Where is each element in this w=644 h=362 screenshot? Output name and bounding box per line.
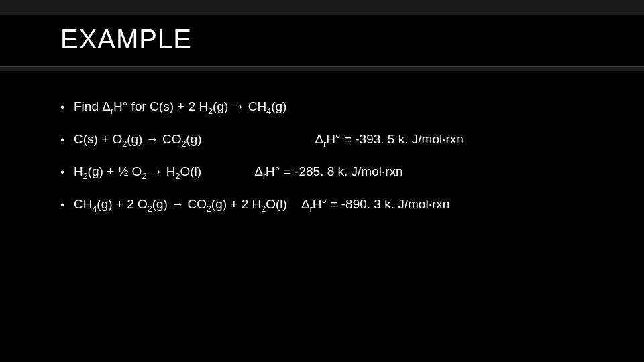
bullet-dot-icon: • xyxy=(60,165,64,180)
bullet-3-text: H2(g) + ½ O2 → H2O(l) ΔrH° = -285. 8 k. … xyxy=(74,163,403,181)
bullet-4-text: CH4(g) + 2 O2(g) → CO2(g) + 2 H2O(l) ΔrH… xyxy=(74,196,449,214)
content-area: • Find ΔrH° for C(s) + 2 H2(g) → CH4(g) … xyxy=(0,71,644,213)
slide-title: EXAMPLE xyxy=(60,24,644,54)
bullet-dot-icon: • xyxy=(60,198,64,213)
bullet-dot-icon: • xyxy=(60,133,64,147)
slide: EXAMPLE • Find ΔrH° for C(s) + 2 H2(g) →… xyxy=(0,0,644,362)
bullet-2-text: C(s) + O2(g) → CO2(g) ΔrH° = -393. 5 k. … xyxy=(74,131,464,149)
title-band: EXAMPLE xyxy=(0,15,644,67)
bullet-3: • H2(g) + ½ O2 → H2O(l) ΔrH° = -285. 8 k… xyxy=(60,163,604,181)
bullet-4: • CH4(g) + 2 O2(g) → CO2(g) + 2 H2O(l) Δ… xyxy=(60,196,604,214)
bullet-1: • Find ΔrH° for C(s) + 2 H2(g) → CH4(g) xyxy=(60,98,604,116)
bullet-2: • C(s) + O2(g) → CO2(g) ΔrH° = -393. 5 k… xyxy=(60,131,604,149)
top-bar xyxy=(0,0,644,15)
bullet-1-text: Find ΔrH° for C(s) + 2 H2(g) → CH4(g) xyxy=(74,98,286,116)
bullet-dot-icon: • xyxy=(60,100,64,115)
